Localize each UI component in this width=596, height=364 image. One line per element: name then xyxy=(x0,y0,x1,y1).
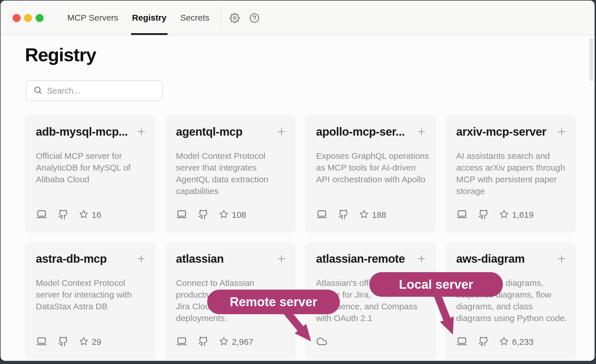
server-description: Model Context Protocol server for intera… xyxy=(36,277,132,312)
desc-line: server that integrates xyxy=(176,162,268,173)
server-card-adb-mysql-mcp[interactable]: adb-mysql-mcp... Official MCP server for… xyxy=(25,115,156,233)
tab-registry[interactable]: Registry xyxy=(132,1,166,35)
server-card-agentql-mcp[interactable]: agentql-mcp Model Context Protocol serve… xyxy=(165,115,296,233)
help-button[interactable] xyxy=(249,13,260,23)
desc-line: API orchestration with Apollo xyxy=(316,173,429,185)
star-count: 188 xyxy=(359,209,386,221)
local-server-callout: Local server xyxy=(369,272,503,297)
desc-line: AnalyticDB for MySQL of xyxy=(36,162,131,173)
desc-line: diagrams, and class xyxy=(456,300,567,312)
registry-card-grid: adb-mysql-mcp... Official MCP server for… xyxy=(25,115,576,360)
search-icon xyxy=(26,86,42,96)
plus-icon xyxy=(556,260,567,265)
add-server-button[interactable] xyxy=(556,126,567,137)
cloud-icon xyxy=(316,336,328,348)
desc-line: storage xyxy=(456,185,565,197)
card-footer: 6,233 xyxy=(456,336,534,348)
card-footer: 29 xyxy=(36,336,101,348)
laptop-icon xyxy=(36,336,47,348)
add-server-button[interactable] xyxy=(276,254,287,264)
github-icon[interactable] xyxy=(198,336,209,348)
gear-icon xyxy=(230,19,240,24)
server-description: Model Context Protocol server that integ… xyxy=(176,150,268,197)
server-card-arxiv-mcp-server[interactable]: arxiv-mcp-server AI assistants search an… xyxy=(445,115,576,233)
desc-line: Model Context Protocol xyxy=(36,277,132,289)
tab-secrets[interactable]: Secrets xyxy=(180,1,209,35)
traffic-light-close[interactable] xyxy=(13,14,21,22)
add-server-button[interactable] xyxy=(276,126,287,137)
plus-icon xyxy=(276,260,287,265)
card-footer: 1,619 xyxy=(456,209,534,221)
traffic-light-zoom[interactable] xyxy=(36,14,44,22)
card-footer: 2,967 xyxy=(176,336,253,348)
laptop-icon xyxy=(456,209,468,221)
remote-server-callout: Remote server xyxy=(207,290,340,314)
star-count: 29 xyxy=(79,337,101,348)
laptop-icon xyxy=(456,336,468,348)
star-count: 16 xyxy=(79,209,101,221)
plus-icon xyxy=(416,133,427,138)
desc-line: Official MCP server for xyxy=(36,150,131,162)
card-footer: 16 xyxy=(36,209,101,221)
search-box xyxy=(26,80,163,101)
search-input[interactable] xyxy=(47,86,153,96)
desc-line: DataStax Astra DB xyxy=(36,300,132,312)
tab-mcp-servers[interactable]: MCP Servers xyxy=(67,1,118,35)
traffic-light-minimize[interactable] xyxy=(24,14,32,22)
laptop-icon xyxy=(176,336,187,348)
server-name: apollo-mcp-ser... xyxy=(316,125,410,138)
desc-line: Alibaba Cloud xyxy=(36,173,131,185)
plus-icon xyxy=(136,133,146,138)
laptop-icon xyxy=(316,209,328,221)
plus-icon xyxy=(136,260,146,265)
star-count: 1,619 xyxy=(499,209,534,221)
desc-line: AI assistants search and xyxy=(456,150,565,162)
star-icon xyxy=(219,209,228,221)
github-icon[interactable] xyxy=(198,209,209,221)
github-icon[interactable] xyxy=(478,209,489,221)
server-name: adb-mysql-mcp... xyxy=(36,125,130,138)
plus-icon xyxy=(416,260,427,265)
desc-line: diagrams using Python code. xyxy=(456,312,567,324)
star-icon xyxy=(359,209,368,221)
settings-button[interactable] xyxy=(230,13,240,23)
desc-line: server for interacting with xyxy=(36,289,132,300)
laptop-icon xyxy=(36,209,47,221)
server-name: arxiv-mcp-server xyxy=(456,125,550,138)
add-server-button[interactable] xyxy=(556,254,567,264)
desc-line: MCP with persistent paper xyxy=(456,173,565,185)
server-card-astra-db-mcp[interactable]: astra-db-mcp Model Context Protocol serv… xyxy=(25,242,156,360)
star-count: 2,967 xyxy=(219,337,253,348)
tab-bar: MCP Servers Registry Secrets xyxy=(67,1,209,35)
github-icon[interactable] xyxy=(338,209,349,221)
server-card-aws-diagram[interactable]: aws-diagram Create AWS diagrams, sequenc… xyxy=(445,242,576,360)
server-name: atlassian-remote xyxy=(316,252,410,265)
server-description: AI assistants search and access arXiv pa… xyxy=(456,150,565,197)
titlebar: MCP Servers Registry Secrets xyxy=(1,1,595,35)
help-circle-icon xyxy=(249,19,260,24)
card-footer: 188 xyxy=(316,209,386,221)
desc-line: Model Context Protocol xyxy=(176,150,268,162)
desc-line: access arXiv papers through xyxy=(456,162,565,173)
star-icon xyxy=(499,209,509,221)
desc-line: Exposes GraphQL operations xyxy=(316,150,429,162)
add-server-button[interactable] xyxy=(416,126,427,137)
plus-icon xyxy=(556,133,567,138)
github-icon[interactable] xyxy=(58,209,68,221)
star-icon xyxy=(79,337,88,348)
scrollbar-thumb[interactable] xyxy=(589,38,593,81)
github-icon[interactable] xyxy=(58,336,68,348)
add-server-button[interactable] xyxy=(416,254,427,264)
laptop-icon xyxy=(176,209,187,221)
desc-line: as MCP tools for AI-driven xyxy=(316,162,429,173)
server-card-apollo-mcp-server[interactable]: apollo-mcp-ser... Exposes GraphQL operat… xyxy=(305,115,436,233)
desc-line: Connect to Atlassian xyxy=(176,277,259,289)
titlebar-divider xyxy=(221,6,221,30)
add-server-button[interactable] xyxy=(136,254,146,264)
github-icon[interactable] xyxy=(478,336,489,348)
add-server-button[interactable] xyxy=(136,126,146,137)
desc-line: AgentQL data extraction xyxy=(176,173,268,185)
plus-icon xyxy=(276,133,287,138)
star-icon xyxy=(219,337,228,348)
star-count: 108 xyxy=(219,209,246,221)
